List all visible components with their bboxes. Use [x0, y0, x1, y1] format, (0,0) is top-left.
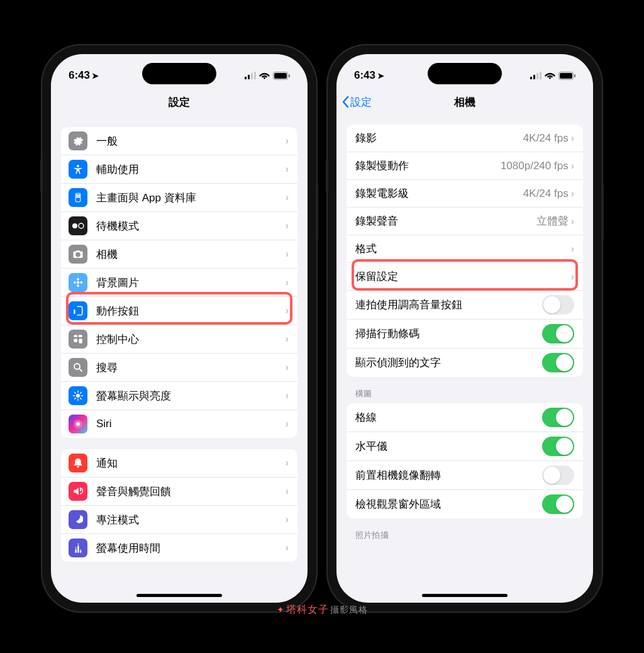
row-label: 一般: [96, 134, 286, 148]
chevron-right-icon: ›: [286, 390, 289, 401]
chevron-right-icon: ›: [571, 243, 574, 255]
nav-bar: 設定 相機: [336, 88, 593, 116]
settings-row-item[interactable]: 控制中心›: [61, 325, 297, 354]
settings-row-item[interactable]: 螢幕顯示與亮度›: [61, 382, 297, 410]
row-label: 控制中心: [96, 332, 286, 347]
settings-row-item[interactable]: 保留設定›: [347, 263, 583, 291]
toggle-switch[interactable]: [542, 466, 574, 485]
location-icon: ➤: [377, 71, 384, 81]
row-label: 前置相機鏡像翻轉: [355, 468, 542, 483]
toggle-switch[interactable]: [542, 494, 574, 514]
location-icon: ➤: [92, 71, 99, 81]
section-header-composition: 構圖: [347, 377, 583, 403]
iphone-frame-left: 6:43 ➤ 設定 一般›輔助使用›主畫面與 App 資料庫›待機模式›相機›背…: [42, 45, 316, 611]
settings-row-item[interactable]: 一般›: [61, 127, 297, 155]
settings-row-item[interactable]: 背景圖片›: [61, 269, 297, 297]
row-label: 聲音與觸覺回饋: [96, 484, 286, 499]
dynamic-island: [142, 63, 216, 84]
status-time: 6:43: [69, 69, 90, 82]
settings-row-item[interactable]: 前置相機鏡像翻轉: [347, 461, 583, 490]
svg-rect-0: [245, 77, 247, 79]
toggle-switch[interactable]: [542, 295, 574, 315]
settings-row-app[interactable]: 主畫面與 App 資料庫›: [61, 184, 297, 212]
toggle-switch[interactable]: [542, 437, 574, 456]
chevron-right-icon: ›: [571, 133, 574, 144]
settings-row-item[interactable]: 錄影4K/24 fps›: [347, 125, 583, 152]
toggle-switch[interactable]: [542, 408, 574, 427]
svg-rect-3: [254, 72, 256, 79]
chevron-right-icon: ›: [286, 486, 289, 497]
settings-row-item[interactable]: 通知›: [61, 449, 297, 477]
screentime-icon: [69, 539, 87, 557]
settings-row-item[interactable]: 專注模式›: [61, 506, 297, 534]
control-icon: [69, 330, 87, 349]
settings-row-item[interactable]: 輔助使用›: [61, 155, 297, 184]
svg-point-20: [74, 338, 77, 342]
chevron-right-icon: ›: [286, 514, 289, 525]
row-label: 待機模式: [96, 219, 286, 233]
page-title: 設定: [169, 95, 190, 109]
camera-settings-list[interactable]: 錄影4K/24 fps›錄製慢動作1080p/240 fps›錄製電影級4K/2…: [336, 116, 593, 603]
svg-point-23: [76, 394, 80, 398]
toggle-switch[interactable]: [542, 324, 574, 343]
row-label: 連拍使用調高音量按鈕: [355, 298, 542, 312]
battery-icon: [273, 72, 290, 80]
row-label: 搜尋: [96, 360, 286, 375]
svg-rect-32: [540, 72, 541, 79]
home-indicator: [136, 594, 222, 597]
row-label: 通知: [96, 456, 286, 471]
svg-rect-27: [77, 546, 79, 553]
settings-row-item[interactable]: 連拍使用調高音量按鈕: [347, 291, 583, 320]
row-label: 錄製慢動作: [355, 159, 501, 173]
svg-rect-30: [533, 75, 535, 79]
nav-bar: 設定: [51, 88, 308, 116]
settings-row-item[interactable]: 動作按鈕›: [61, 297, 297, 325]
focus-icon: [69, 510, 87, 529]
settings-row-item[interactable]: 格線: [347, 403, 583, 432]
wallpaper-icon: [69, 273, 87, 292]
settings-row-item[interactable]: 掃描行動條碼: [347, 320, 583, 349]
settings-row-item[interactable]: 顯示偵測到的文字: [347, 349, 583, 377]
back-button[interactable]: 設定: [341, 95, 372, 109]
chevron-right-icon: ›: [571, 188, 574, 199]
chevron-right-icon: ›: [286, 277, 289, 288]
row-label: 保留設定: [355, 269, 571, 284]
row-value: 4K/24 fps: [523, 132, 569, 145]
settings-row-item[interactable]: 檢視觀景窗外區域: [347, 490, 583, 518]
settings-row-item[interactable]: 錄製聲音立體聲›: [347, 208, 583, 235]
wifi-icon: [259, 72, 270, 79]
settings-row-siri[interactable]: Siri›: [61, 410, 297, 438]
row-label: 水平儀: [355, 439, 542, 454]
search-icon: [69, 358, 87, 377]
settings-row-item[interactable]: 水平儀: [347, 432, 583, 461]
row-value: 1080p/240 fps: [501, 160, 569, 172]
gear-icon: [69, 131, 87, 150]
settings-row-item[interactable]: 格式›: [347, 235, 583, 263]
cellular-icon: [245, 72, 256, 79]
chevron-right-icon: ›: [571, 216, 574, 227]
settings-row-item[interactable]: 聲音與觸覺回饋›: [61, 477, 297, 506]
settings-row-item[interactable]: 待機模式›: [61, 212, 297, 240]
settings-row-item[interactable]: 錄製慢動作1080p/240 fps›: [347, 152, 583, 180]
svg-rect-10: [79, 195, 80, 196]
svg-rect-11: [77, 197, 78, 198]
sound-icon: [69, 482, 87, 501]
notify-icon: [69, 454, 87, 472]
settings-list[interactable]: 一般›輔助使用›主畫面與 App 資料庫›待機模式›相機›背景圖片›動作按鈕›控…: [51, 116, 308, 603]
settings-row-item[interactable]: 螢幕使用時間›: [61, 534, 297, 562]
svg-rect-18: [74, 335, 77, 337]
settings-row-item[interactable]: 錄製電影級4K/24 fps›: [347, 180, 583, 208]
row-label: 螢幕顯示與亮度: [96, 389, 286, 403]
row-label: 錄製聲音: [355, 214, 536, 228]
settings-row-item[interactable]: 搜尋›: [61, 354, 297, 382]
svg-point-25: [76, 422, 80, 426]
chevron-right-icon: ›: [286, 542, 289, 554]
row-label: 格式: [355, 242, 571, 256]
chevron-right-icon: ›: [286, 135, 289, 147]
row-label: 主畫面與 App 資料庫: [96, 191, 286, 205]
settings-row-item[interactable]: 相機›: [61, 240, 297, 269]
chevron-right-icon: ›: [571, 160, 574, 172]
svg-rect-28: [80, 551, 81, 553]
toggle-switch[interactable]: [542, 353, 574, 372]
chevron-right-icon: ›: [286, 192, 289, 203]
